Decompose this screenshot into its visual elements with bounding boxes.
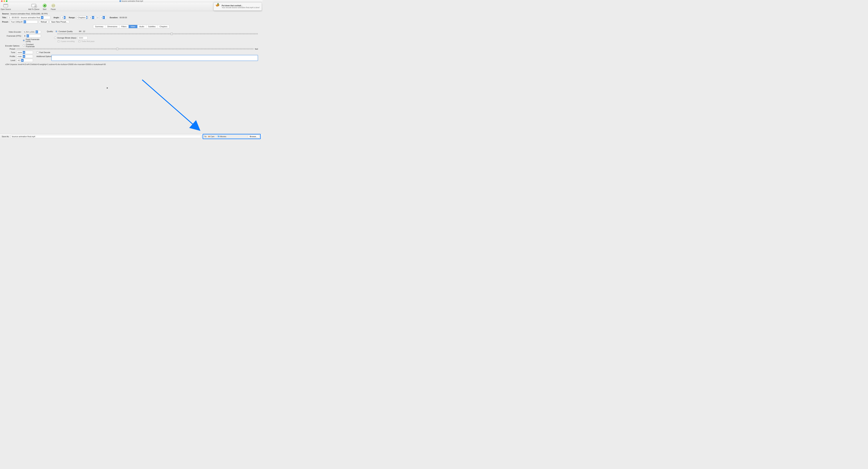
notification-subtitle: Your encode bounce animation final.mp4 i… bbox=[222, 7, 260, 8]
range-label: Range: bbox=[69, 16, 75, 19]
preset-row: Preset: Fast 1080p30 Reload Save New Pre… bbox=[2, 20, 260, 24]
folder-icon bbox=[218, 136, 220, 137]
range-type-select[interactable]: Chapters bbox=[77, 16, 88, 19]
open-source-button[interactable]: Open Source bbox=[1, 3, 11, 10]
saveas-value: bounce animation final.mp4 bbox=[12, 135, 35, 138]
chevron-updown-icon bbox=[41, 16, 43, 19]
level-value: 4.0 bbox=[17, 59, 21, 61]
profile-select[interactable]: main bbox=[17, 55, 33, 58]
encoder-preset-label: Preset: bbox=[5, 48, 16, 50]
fps-select[interactable]: 30 bbox=[23, 34, 41, 37]
turbo-checkbox[interactable] bbox=[79, 40, 81, 42]
completion-notification[interactable]: Put down that cocktail... Your encode bo… bbox=[214, 2, 262, 10]
tab-bar: Summary Dimensions Filters Video Audio S… bbox=[0, 25, 262, 28]
to-label: To: bbox=[204, 135, 207, 138]
chevron-updown-icon bbox=[86, 16, 87, 19]
minimize-icon[interactable] bbox=[3, 0, 5, 2]
range-from-select[interactable]: 1 bbox=[89, 16, 96, 19]
slider-ticks bbox=[57, 33, 258, 35]
avg-bitrate-radio[interactable] bbox=[54, 37, 56, 39]
add-to-queue-button[interactable]: Add To Queue bbox=[28, 3, 39, 10]
notification-title: Put down that cocktail... bbox=[222, 4, 260, 7]
fast-decode-label: Fast Decode bbox=[39, 51, 50, 54]
tab-chapters[interactable]: Chapters bbox=[158, 25, 169, 28]
pause-icon bbox=[51, 4, 55, 7]
rf-label: RF: bbox=[79, 30, 82, 32]
two-pass-label: 2-pass encoding bbox=[61, 40, 75, 42]
save-new-preset-button[interactable]: Save New Preset... bbox=[50, 20, 69, 24]
range-to-value: 1 bbox=[100, 16, 102, 19]
path-user[interactable]: Cam bbox=[208, 135, 214, 138]
destination-box: To: Cam › Movies Browse... bbox=[203, 134, 261, 139]
preset-select[interactable]: Fast 1080p30 bbox=[10, 20, 38, 24]
saveas-input[interactable]: bounce animation final.mp4 bbox=[10, 135, 201, 138]
clapperboard-icon bbox=[3, 4, 8, 7]
pause-button[interactable]: Pause bbox=[50, 3, 57, 10]
angle-value: 1 bbox=[61, 16, 64, 19]
fps-value: 30 bbox=[23, 35, 27, 37]
source-value: bounce animation final, 1920x1080, 30 FP… bbox=[10, 13, 48, 15]
window-titlebar: bounce animation final.mp4 bbox=[0, 0, 262, 2]
video-encoder-select[interactable]: H.264 (x264) bbox=[23, 30, 41, 33]
preset-label: Preset: bbox=[2, 21, 8, 23]
chevron-updown-icon bbox=[102, 16, 105, 19]
constant-quality-radio[interactable] bbox=[55, 30, 58, 32]
tab-summary[interactable]: Summary bbox=[93, 25, 105, 28]
tab-subtitles[interactable]: Subtitles bbox=[146, 25, 158, 28]
encoder-preset-slider[interactable] bbox=[17, 48, 254, 49]
additional-options-textarea[interactable] bbox=[51, 55, 258, 61]
add-queue-label: Add To Queue bbox=[28, 8, 39, 10]
chevron-updown-icon bbox=[23, 55, 25, 58]
tab-video[interactable]: Video bbox=[129, 25, 137, 28]
window-title: bounce animation final.mp4 bbox=[122, 0, 143, 2]
fps-label: Framerate (FPS): bbox=[6, 35, 22, 37]
start-button[interactable]: Start bbox=[41, 3, 48, 10]
turbo-label: Turbo first pass bbox=[82, 40, 94, 42]
quality-slider[interactable] bbox=[57, 33, 258, 34]
svg-line-0 bbox=[142, 80, 199, 130]
video-file-icon bbox=[119, 0, 121, 2]
peak-vfr-radio[interactable] bbox=[23, 39, 25, 41]
browse-button[interactable]: Browse... bbox=[248, 135, 259, 138]
title-select[interactable]: 1 - 00:00:03 - bounce animation final bbox=[8, 16, 50, 19]
chevron-right-icon: › bbox=[216, 136, 216, 137]
slider-thumb-icon[interactable] bbox=[116, 48, 118, 50]
range-to-select[interactable]: 1 bbox=[100, 16, 106, 19]
tab-filters[interactable]: Filters bbox=[119, 25, 129, 28]
start-label: Start bbox=[43, 8, 46, 10]
zoom-icon[interactable] bbox=[6, 0, 7, 2]
level-select[interactable]: 4.0 bbox=[17, 59, 33, 62]
open-source-label: Open Source bbox=[1, 8, 11, 10]
slider-thumb-icon[interactable] bbox=[170, 33, 173, 35]
chevron-updown-icon bbox=[27, 35, 29, 37]
tune-select[interactable]: none bbox=[17, 51, 33, 54]
video-encoder-label: Video Encoder: bbox=[6, 31, 22, 33]
encoder-options-header: Encoder Options bbox=[5, 45, 258, 47]
range-type-value: Chapters bbox=[77, 16, 87, 19]
fast-decode-checkbox[interactable] bbox=[36, 52, 38, 54]
chevron-updown-icon bbox=[23, 51, 25, 54]
angle-select[interactable]: 1 bbox=[61, 16, 66, 19]
two-pass-checkbox[interactable] bbox=[58, 40, 60, 42]
quality-label: Quality: bbox=[47, 30, 53, 32]
tab-dimensions[interactable]: Dimensions bbox=[105, 25, 119, 28]
range-from-value: 1 bbox=[89, 16, 92, 19]
title-row: Title: 1 - 00:00:03 - bounce animation f… bbox=[2, 16, 260, 19]
avg-bitrate-input[interactable] bbox=[78, 36, 88, 39]
title-value: 1 - 00:00:03 - bounce animation final bbox=[8, 16, 41, 19]
tune-label: Tune: bbox=[5, 51, 16, 54]
path-folder[interactable]: Movies bbox=[218, 135, 226, 138]
preset-value: Fast 1080p30 bbox=[10, 21, 24, 23]
video-encoder-value: H.264 (x264) bbox=[23, 31, 36, 33]
pause-label: Pause bbox=[51, 8, 56, 10]
x264-unparse-text: x264 Unparse: level=4.0:ref=2:8x8dct=0:w… bbox=[5, 63, 106, 65]
tab-audio[interactable]: Audio bbox=[137, 25, 146, 28]
path-folder-label: Movies bbox=[220, 135, 226, 138]
duration-value: 00:00:03 bbox=[120, 16, 127, 19]
reload-button[interactable]: Reload bbox=[39, 20, 48, 24]
close-icon[interactable] bbox=[1, 0, 3, 2]
add-queue-icon bbox=[32, 4, 36, 7]
level-label: Level: bbox=[5, 59, 16, 61]
annotation-arrow bbox=[142, 79, 202, 131]
duration-label: Duration: bbox=[110, 16, 118, 19]
